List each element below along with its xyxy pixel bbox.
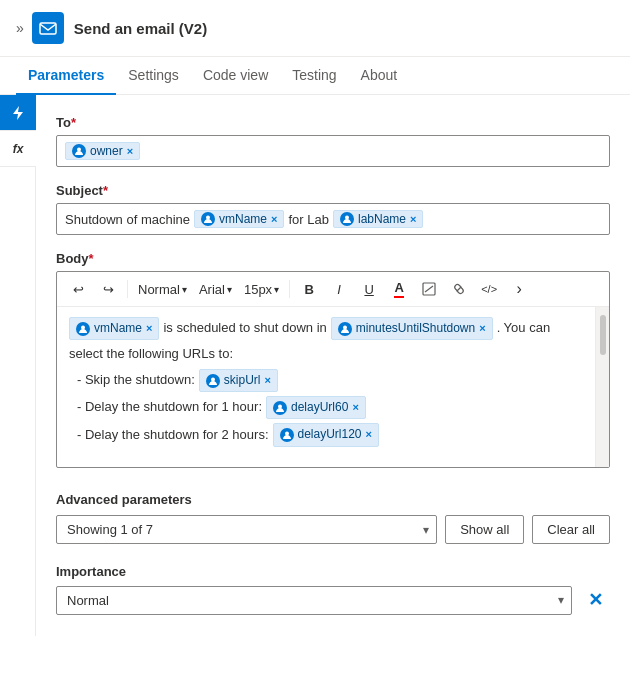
showing-dropdown[interactable]: Showing 1 of 7: [56, 515, 437, 544]
showing-dropdown-container: Showing 1 of 7 ▾: [56, 515, 437, 544]
font-chevron-icon: ▾: [227, 284, 232, 295]
action-title: Send an email (V2): [74, 20, 207, 37]
owner-tag-text: owner: [90, 144, 123, 158]
editor-toolbar: ↩ ↪ Normal ▾ Arial ▾ 15px ▾: [57, 272, 609, 307]
body-line-4: - Delay the shutdown for 1 hour: delayUr…: [77, 396, 589, 419]
action-header: » Send an email (V2): [0, 0, 630, 57]
body-minutes-icon: [338, 322, 352, 336]
body-skip-prefix: - Skip the shutdown:: [77, 370, 195, 391]
body-tag-delay120[interactable]: delayUrl120 ×: [273, 423, 379, 446]
italic-button[interactable]: I: [326, 276, 352, 302]
owner-tag-icon: [72, 144, 86, 158]
svg-point-10: [211, 377, 215, 381]
owner-tag-close[interactable]: ×: [127, 145, 133, 157]
body-vmname-close[interactable]: ×: [146, 320, 152, 338]
body-delay60-icon: [273, 401, 287, 415]
importance-dropdown[interactable]: Normal Low High: [56, 586, 572, 615]
code-button[interactable]: </>: [476, 276, 502, 302]
font-select[interactable]: Arial ▾: [195, 280, 236, 299]
to-tag-owner[interactable]: owner ×: [65, 142, 140, 160]
svg-line-7: [457, 287, 461, 291]
svg-line-6: [425, 286, 433, 292]
body-tag-minutes[interactable]: minutesUntilShutdown ×: [331, 317, 493, 340]
highlight-button[interactable]: [416, 276, 442, 302]
body-tag-skipurl[interactable]: skipUrl ×: [199, 369, 278, 392]
clear-importance-button[interactable]: ✕: [580, 584, 610, 616]
tab-settings[interactable]: Settings: [116, 57, 191, 95]
body-minutes-text: minutesUntilShutdown: [356, 319, 475, 338]
body-skipurl-icon: [206, 374, 220, 388]
svg-point-11: [278, 404, 282, 408]
tab-testing[interactable]: Testing: [280, 57, 348, 95]
body-line-3: - Skip the shutdown: skipUrl ×: [77, 369, 589, 392]
body-delay1-prefix: - Delay the shutdown for 1 hour:: [77, 397, 262, 418]
redo-button[interactable]: ↪: [95, 276, 121, 302]
subject-input[interactable]: Shutdown of machine vmName × for Lab lab…: [56, 203, 610, 235]
labname-tag-text: labName: [358, 212, 406, 226]
format-select[interactable]: Normal ▾: [134, 280, 191, 299]
color-button[interactable]: A: [386, 276, 412, 302]
format-chevron-icon: ▾: [182, 284, 187, 295]
editor-body[interactable]: vmName × is scheduled to shut down in mi…: [57, 307, 609, 467]
subject-label: Subject*: [56, 183, 610, 198]
subject-prefix-text: Shutdown of machine: [65, 212, 190, 227]
size-chevron-icon: ▾: [274, 284, 279, 295]
body-vmname-icon: [76, 322, 90, 336]
svg-point-4: [345, 216, 349, 220]
clear-importance-x-icon: ✕: [588, 589, 603, 611]
subject-tag-vmname[interactable]: vmName ×: [194, 210, 284, 228]
tab-parameters[interactable]: Parameters: [16, 57, 116, 95]
expand-chevron[interactable]: »: [16, 20, 24, 36]
font-select-value: Arial: [199, 282, 225, 297]
bold-button[interactable]: B: [296, 276, 322, 302]
svg-rect-0: [40, 23, 56, 34]
tab-bar: Parameters Settings Code view Testing Ab…: [0, 57, 630, 95]
body-minutes-close[interactable]: ×: [479, 320, 485, 338]
importance-label: Importance: [56, 564, 610, 579]
body-label: Body*: [56, 251, 610, 266]
vmname-tag-icon: [201, 212, 215, 226]
more-button[interactable]: ›: [506, 276, 532, 302]
body-delay60-close[interactable]: ×: [352, 399, 358, 417]
body-text-1: is scheduled to shut down in: [163, 318, 326, 339]
to-input[interactable]: owner ×: [56, 135, 610, 167]
svg-point-9: [343, 325, 347, 329]
labname-tag-close[interactable]: ×: [410, 213, 416, 225]
undo-button[interactable]: ↩: [65, 276, 91, 302]
underline-button[interactable]: U: [356, 276, 382, 302]
advanced-params-label: Advanced parameters: [56, 492, 610, 507]
main-container: fx To* owner × Subject*: [0, 95, 630, 636]
body-tag-vmname[interactable]: vmName ×: [69, 317, 159, 340]
advanced-params-section: Advanced parameters Showing 1 of 7 ▾ Sho…: [56, 492, 610, 544]
svg-point-8: [81, 325, 85, 329]
body-delay120-close[interactable]: ×: [366, 426, 372, 444]
svg-point-3: [206, 216, 210, 220]
body-delay2-prefix: - Delay the shutdown for 2 hours:: [77, 425, 269, 446]
lightning-button[interactable]: [0, 95, 36, 131]
advanced-controls: Showing 1 of 7 ▾ Show all Clear all: [56, 515, 610, 544]
editor-text-area[interactable]: vmName × is scheduled to shut down in mi…: [57, 307, 609, 467]
body-delay120-icon: [280, 428, 294, 442]
svg-marker-1: [13, 106, 23, 120]
side-panel: fx: [0, 95, 36, 636]
body-line-5: - Delay the shutdown for 2 hours: delayU…: [77, 423, 589, 446]
body-tag-delay60[interactable]: delayUrl60 ×: [266, 396, 366, 419]
importance-section: Importance Normal Low High ▾ ✕: [56, 564, 610, 616]
tab-about[interactable]: About: [349, 57, 410, 95]
body-skipurl-close[interactable]: ×: [264, 372, 270, 390]
expression-button[interactable]: fx: [0, 131, 36, 167]
subject-for-lab-text: for Lab: [288, 212, 328, 227]
show-all-button[interactable]: Show all: [445, 515, 524, 544]
size-select-value: 15px: [244, 282, 272, 297]
body-delay120-text: delayUrl120: [298, 425, 362, 444]
link-button[interactable]: [446, 276, 472, 302]
toolbar-divider-2: [289, 280, 290, 298]
editor-scrollbar[interactable]: [595, 307, 609, 467]
tab-code-view[interactable]: Code view: [191, 57, 280, 95]
vmname-tag-close[interactable]: ×: [271, 213, 277, 225]
clear-all-button[interactable]: Clear all: [532, 515, 610, 544]
subject-tag-labname[interactable]: labName ×: [333, 210, 423, 228]
form-content: To* owner × Subject* Shutdown of machine: [36, 95, 630, 636]
size-select[interactable]: 15px ▾: [240, 280, 283, 299]
importance-controls: Normal Low High ▾ ✕: [56, 584, 610, 616]
